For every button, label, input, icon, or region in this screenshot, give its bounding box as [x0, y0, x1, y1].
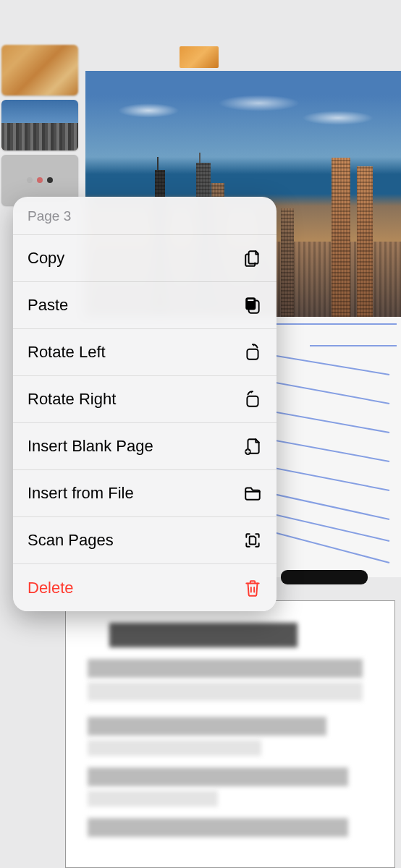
folder-icon [243, 484, 262, 503]
svg-rect-4 [247, 396, 258, 407]
menu-item-label: Insert from File [28, 484, 134, 503]
thumbnail-page-1[interactable] [1, 45, 78, 95]
menu-item-label: Delete [28, 579, 74, 597]
menu-item-label: Rotate Right [28, 390, 116, 409]
menu-item-label: Insert Blank Page [28, 437, 153, 456]
menu-item-delete[interactable]: Delete [13, 564, 277, 611]
rotate-left-icon [243, 343, 262, 362]
menu-item-paste[interactable]: Paste [13, 282, 277, 329]
menu-item-label: Paste [28, 296, 68, 315]
scan-icon [243, 531, 262, 550]
menu-item-insert-file[interactable]: Insert from File [13, 470, 277, 517]
svg-rect-2 [248, 299, 254, 301]
menu-item-copy[interactable]: Copy [13, 235, 277, 282]
svg-rect-1 [245, 297, 256, 310]
thumbnail-page-2[interactable] [1, 100, 78, 150]
page-4-document-preview[interactable] [65, 600, 395, 868]
menu-item-label: Rotate Left [28, 343, 106, 362]
trash-icon [243, 579, 262, 597]
paste-icon [243, 296, 262, 315]
menu-item-label: Copy [28, 249, 64, 268]
page-thumbnail-strip[interactable] [0, 45, 80, 210]
selection-indicator-icon [27, 177, 53, 183]
menu-item-scan-pages[interactable]: Scan Pages [13, 517, 277, 564]
menu-item-insert-blank[interactable]: Insert Blank Page [13, 423, 277, 470]
toolbar-peek [281, 570, 368, 584]
insert-blank-icon [243, 437, 262, 456]
svg-rect-3 [247, 349, 258, 359]
menu-header: Page 3 [13, 197, 277, 235]
menu-item-rotate-left[interactable]: Rotate Left [13, 329, 277, 376]
copy-icon [243, 249, 262, 268]
page-context-menu: Page 3 Copy Paste Rotate Left Rotate Rig… [13, 197, 277, 611]
rotate-right-icon [243, 390, 262, 409]
menu-item-rotate-right[interactable]: Rotate Right [13, 376, 277, 423]
menu-item-label: Scan Pages [28, 531, 114, 550]
document-pixelated-region [180, 46, 219, 68]
